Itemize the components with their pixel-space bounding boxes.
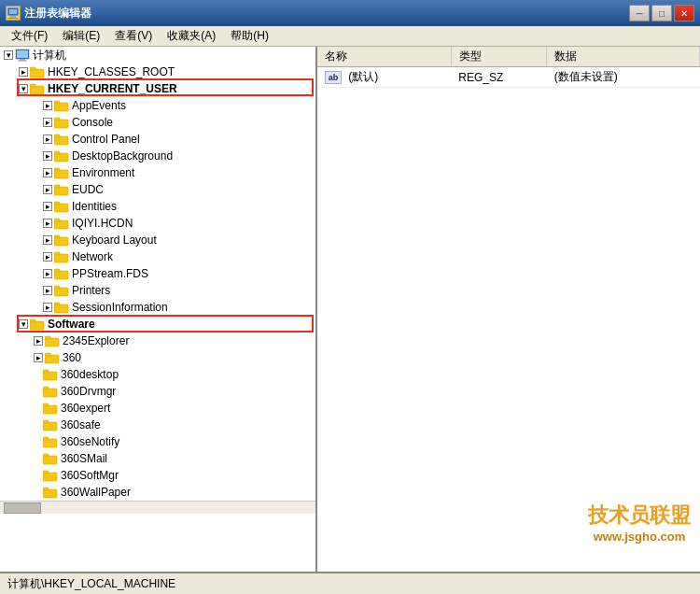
environment-label: Environment (72, 166, 134, 179)
controlpanel-label: Control Panel (72, 133, 140, 146)
menu-bar: 文件(F) 编辑(E) 查看(V) 收藏夹(A) 帮助(H) (0, 26, 700, 47)
folder-icon-360expert (43, 402, 58, 415)
svg-rect-45 (43, 370, 49, 373)
expand-appevents[interactable]: ▸ (43, 101, 52, 110)
expand-sessioninfo[interactable]: ▸ (43, 303, 52, 312)
tree-item-eudc[interactable]: ▸ EUDC (0, 181, 315, 198)
tree-pane[interactable]: ▾ 计算机 ▸ HKEY_CLASSES_ROOT (0, 47, 317, 572)
tree-item-sessioninfo[interactable]: ▸ SessionInformation (0, 299, 315, 316)
status-bar: 计算机\HKEY_LOCAL_MACHINE (0, 572, 700, 594)
folder-icon-360desktop (43, 368, 58, 381)
expand-hkcr[interactable]: ▸ (19, 67, 28, 77)
table-row[interactable]: ab (默认) REG_SZ (数值未设置) (317, 67, 700, 88)
360softmgr-label: 360SoftMgr (61, 469, 119, 482)
expand-2345explorer[interactable]: ▸ (34, 336, 43, 346)
expand-controlpanel[interactable]: ▸ (43, 134, 52, 144)
svg-rect-51 (43, 420, 49, 423)
tree-item-hkcr[interactable]: ▸ HKEY_CLASSES_ROOT (0, 64, 315, 80)
svg-rect-11 (30, 84, 35, 87)
svg-rect-20 (54, 170, 68, 178)
svg-rect-27 (54, 219, 60, 221)
network-label: Network (72, 250, 113, 263)
menu-help[interactable]: 帮助(H) (223, 26, 276, 46)
svg-rect-5 (17, 50, 28, 58)
tree-item-360senotify[interactable]: 360seNotify (0, 433, 315, 450)
svg-rect-32 (54, 271, 68, 279)
svg-rect-17 (54, 134, 60, 137)
svg-rect-57 (43, 471, 49, 474)
tree-item-360wallpaper[interactable]: 360WallPaper (0, 484, 315, 501)
menu-edit[interactable]: 编辑(E) (55, 26, 107, 46)
svg-rect-52 (43, 439, 57, 447)
folder-icon-sessioninfo (54, 301, 69, 314)
tree-item-computer[interactable]: ▾ 计算机 (0, 47, 315, 64)
expand-desktopbg[interactable]: ▸ (43, 151, 52, 161)
tree-item-360softmgr[interactable]: 360SoftMgr (0, 467, 315, 484)
eudc-label: EUDC (72, 183, 104, 196)
tree-item-desktopbg[interactable]: ▸ DesktopBackground (0, 148, 315, 164)
tree-item-appevents[interactable]: ▸ AppEvents (0, 97, 315, 114)
tree-item-2345explorer[interactable]: ▸ 2345Explorer (0, 332, 315, 349)
menu-file[interactable]: 文件(F) (4, 26, 55, 46)
tree-item-environment[interactable]: ▸ Environment (0, 164, 315, 181)
folder-icon-360 (45, 351, 60, 364)
folder-icon-2345explorer (45, 334, 60, 347)
tree-item-360desktop[interactable]: 360desktop (0, 366, 315, 383)
folder-icon-environment (54, 166, 69, 179)
360wallpaper-label: 360WallPaper (61, 486, 131, 499)
tree-item-identities[interactable]: ▸ Identities (0, 198, 315, 215)
expand-console[interactable]: ▸ (43, 118, 52, 127)
tree-item-360drvmgr[interactable]: 360Drvmgr (0, 383, 315, 400)
expand-environment[interactable]: ▸ (43, 168, 52, 177)
tree-item-software[interactable]: ▾ Software (0, 316, 315, 332)
expand-iqiyi[interactable]: ▸ (43, 219, 52, 228)
svg-rect-53 (43, 437, 49, 440)
status-path: 计算机\HKEY_LOCAL_MACHINE (7, 576, 175, 592)
folder-icon-printers (54, 284, 69, 297)
expand-computer[interactable]: ▾ (4, 50, 13, 60)
tree-item-360[interactable]: ▸ 360 (0, 349, 315, 366)
svg-rect-35 (54, 286, 60, 289)
expand-hkcu[interactable]: ▾ (19, 84, 28, 93)
folder-icon-iqiyi (54, 217, 69, 230)
tree-item-360expert[interactable]: 360expert (0, 400, 315, 417)
svg-rect-18 (54, 153, 68, 162)
tree-item-360safe[interactable]: 360safe (0, 417, 315, 433)
folder-icon-controlpanel (54, 133, 69, 146)
svg-rect-15 (54, 118, 60, 120)
expand-360[interactable]: ▸ (34, 353, 43, 362)
tree-item-iqiyi[interactable]: ▸ IQIYI.HCDN (0, 215, 315, 232)
expand-software[interactable]: ▾ (19, 319, 28, 329)
computer-icon (15, 49, 30, 62)
menu-view[interactable]: 查看(V) (107, 26, 160, 46)
minimize-button[interactable]: ─ (629, 5, 650, 21)
folder-icon-identities (54, 200, 69, 213)
svg-rect-25 (54, 202, 60, 205)
tree-item-controlpanel[interactable]: ▸ Control Panel (0, 131, 315, 148)
tree-item-360smail[interactable]: 360SMail (0, 450, 315, 467)
tree-item-console[interactable]: ▸ Console (0, 114, 315, 131)
tree-item-hkcu[interactable]: ▾ HKEY_CURRENT_USER (0, 80, 315, 97)
svg-rect-48 (43, 405, 57, 414)
tree-item-ppstream[interactable]: ▸ PPStream.FDS (0, 265, 315, 282)
maximize-button[interactable]: □ (651, 5, 672, 21)
360expert-label: 360expert (61, 402, 110, 415)
tree-item-keyboard[interactable]: ▸ Keyboard Layout (0, 232, 315, 248)
tree-item-network[interactable]: ▸ Network (0, 248, 315, 265)
close-button[interactable]: ✕ (674, 5, 694, 21)
expand-printers[interactable]: ▸ (43, 286, 52, 295)
expand-identities[interactable]: ▸ (43, 202, 52, 211)
expand-eudc[interactable]: ▸ (43, 185, 52, 194)
software-label: Software (48, 318, 95, 331)
folder-icon-360smail (43, 452, 58, 465)
identities-label: Identities (72, 200, 117, 213)
expand-keyboard[interactable]: ▸ (43, 235, 52, 245)
expand-network[interactable]: ▸ (43, 252, 52, 262)
tree-hscroll[interactable] (0, 501, 315, 514)
right-pane[interactable]: 名称 类型 数据 ab (默认) REG_SZ (数值未设置) 技术员联盟 (317, 47, 700, 572)
menu-favorites[interactable]: 收藏夹(A) (160, 26, 223, 46)
svg-rect-6 (20, 59, 25, 61)
tree-item-printers[interactable]: ▸ Printers (0, 282, 315, 299)
folder-icon-360drvmgr (43, 385, 58, 398)
expand-ppstream[interactable]: ▸ (43, 269, 52, 278)
